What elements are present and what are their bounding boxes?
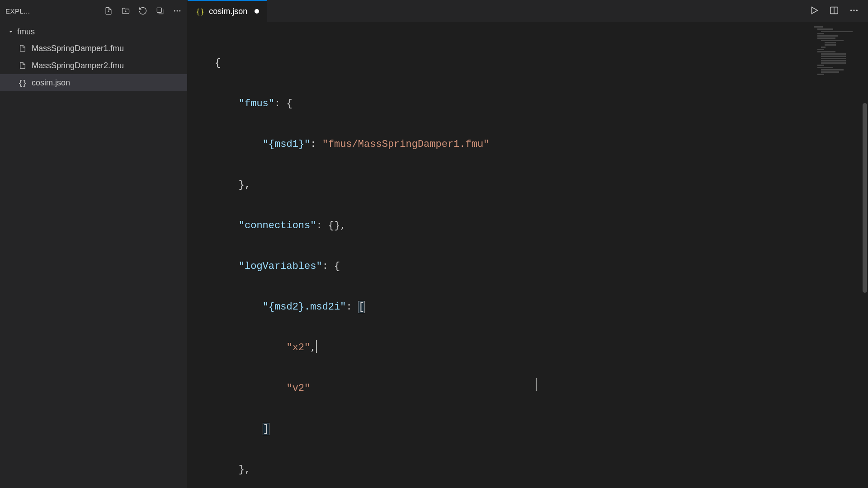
svg-point-1	[174, 10, 175, 12]
code-text: :	[310, 139, 322, 150]
editor-actions	[809, 5, 868, 17]
dirty-indicator-icon	[255, 9, 259, 14]
svg-point-5	[850, 9, 852, 11]
collapse-all-icon[interactable]	[156, 6, 165, 15]
code-text: "logVariables"	[239, 261, 322, 272]
svg-point-3	[179, 10, 180, 12]
code-text: },	[239, 464, 250, 475]
json-icon: {}	[18, 79, 27, 87]
json-icon: {}	[196, 7, 204, 16]
explorer-header: EXPL...	[0, 0, 187, 22]
svg-point-2	[177, 10, 178, 12]
code-text: : {},	[316, 220, 346, 231]
file-cosim[interactable]: {} cosim.json	[0, 74, 187, 91]
refresh-icon[interactable]	[138, 6, 147, 15]
minimap[interactable]	[814, 26, 859, 80]
svg-point-7	[856, 9, 858, 11]
code-text: "fmus"	[239, 98, 274, 109]
editor-wrap: { "fmus": { "{msd1}": "fmus/MassSpringDa…	[188, 22, 868, 488]
chevron-down-icon	[7, 28, 14, 35]
code-text: "connections"	[239, 220, 316, 231]
code-text: {	[215, 57, 221, 69]
code-text: "{msd1}"	[263, 139, 311, 150]
svg-rect-0	[157, 8, 161, 12]
code-text: : {	[322, 261, 340, 272]
file-msd2[interactable]: MassSpringDamper2.fmu	[0, 57, 187, 74]
file-icon	[18, 61, 27, 70]
vertical-scrollbar[interactable]	[862, 22, 868, 488]
scrollbar-thumb[interactable]	[863, 103, 867, 293]
file-label: MassSpringDamper1.fmu	[32, 44, 124, 53]
code-editor[interactable]: { "fmus": { "{msd1}": "fmus/MassSpringDa…	[188, 22, 868, 488]
code-text: : {	[274, 98, 292, 109]
more-actions-icon[interactable]	[849, 5, 859, 17]
new-file-icon[interactable]	[104, 6, 113, 15]
split-editor-icon[interactable]	[829, 5, 839, 17]
new-folder-icon[interactable]	[121, 6, 130, 15]
file-label: MassSpringDamper2.fmu	[32, 61, 124, 70]
code-text: },	[239, 179, 250, 191]
bracket-match: ]	[263, 423, 269, 435]
explorer-title: EXPL...	[5, 7, 100, 15]
run-icon[interactable]	[809, 5, 819, 17]
folder-fmus[interactable]: fmus	[0, 23, 187, 40]
code-text: "v2"	[286, 383, 310, 394]
code-text: "x2"	[286, 342, 310, 353]
file-label: cosim.json	[32, 78, 70, 88]
code-text: "{msd2}.msd2i"	[263, 301, 346, 313]
svg-point-6	[853, 9, 854, 11]
file-tree: fmus MassSpringDamper1.fmu MassSpringDam…	[0, 22, 187, 91]
tab-label: cosim.json	[209, 7, 247, 16]
code-text: :	[346, 301, 358, 313]
bracket-match: [	[358, 301, 365, 313]
code-text: "fmus/MassSpringDamper1.fmu"	[322, 139, 490, 150]
explorer-sidebar: EXPL... fmus	[0, 0, 188, 488]
explorer-actions	[104, 6, 182, 15]
text-cursor	[316, 340, 317, 353]
code-text: ,	[310, 342, 316, 353]
editor-area: {} cosim.json { "fmus": { "{msd1}": "fmu…	[188, 0, 868, 488]
folder-label: fmus	[17, 27, 35, 37]
tab-bar: {} cosim.json	[188, 0, 868, 22]
more-icon[interactable]	[173, 6, 182, 15]
secondary-cursor	[536, 378, 537, 391]
file-icon	[18, 44, 27, 52]
file-msd1[interactable]: MassSpringDamper1.fmu	[0, 40, 187, 57]
tab-cosim[interactable]: {} cosim.json	[188, 0, 267, 22]
